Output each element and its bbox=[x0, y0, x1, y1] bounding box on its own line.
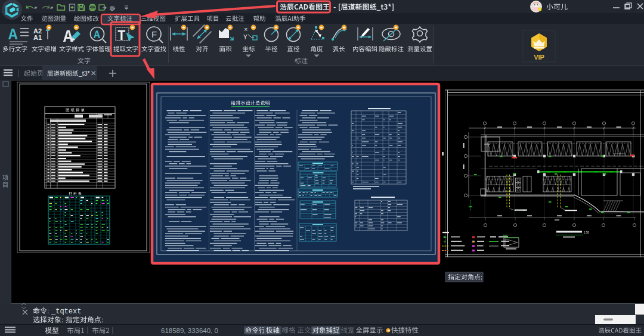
svg-text:VIP: VIP bbox=[534, 54, 544, 61]
svg-text:A1: A1 bbox=[33, 34, 42, 41]
svg-text:_tqtext: _tqtext bbox=[51, 307, 81, 316]
svg-text:F: F bbox=[151, 29, 157, 39]
svg-text:1:50: 1:50 bbox=[584, 231, 589, 234]
svg-text:×: × bbox=[244, 26, 247, 33]
svg-text:_t3*: _t3* bbox=[78, 70, 90, 77]
svg-text:Y: Y bbox=[243, 34, 247, 41]
svg-text:618589, 333640, 0: 618589, 333640, 0 bbox=[161, 327, 218, 334]
